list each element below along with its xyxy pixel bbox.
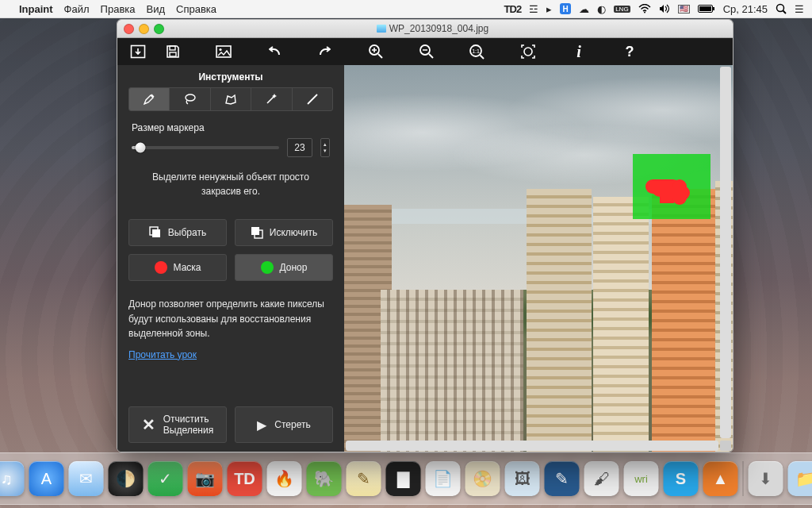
menu-view[interactable]: Вид (147, 3, 166, 15)
svg-rect-31 (672, 179, 687, 205)
help-button[interactable]: ? (617, 41, 642, 62)
app-name[interactable]: Inpaint (19, 3, 53, 15)
dock-folder-1[interactable]: 📁 (788, 461, 813, 496)
dock-clock[interactable]: 🌓 (109, 461, 144, 496)
dock: ☺ 🧭 ♫ A ✉︎ 🌓 ✓ 📷 TD 🔥 🐘 ✎ ▇ 📄 📀 🖼 ✎ 🖌 wr… (0, 452, 812, 505)
tool-magic-wand[interactable] (251, 88, 292, 110)
marker-size-stepper[interactable]: ▴▾ (320, 138, 330, 157)
file-type-icon (377, 25, 386, 33)
cloud-menu-icon[interactable]: ☁ (579, 3, 589, 15)
zoom-actual-button[interactable]: 1:1 (465, 41, 490, 62)
dock-drive[interactable]: 📀 (465, 461, 500, 496)
dock-skype[interactable]: S (664, 461, 699, 496)
svg-line-19 (481, 56, 485, 60)
save-button[interactable] (160, 41, 186, 62)
traffic-light-zoom[interactable] (154, 24, 164, 34)
desktop-background: Inpaint Файл Правка Вид Справка TD2 ☲ ▸ … (0, 0, 812, 508)
main-toolbar: 1:1 i ? (117, 38, 733, 65)
wifi-menu-icon[interactable] (638, 4, 651, 13)
dock-evernote[interactable]: 🐘 (307, 461, 342, 496)
select-icon (149, 226, 162, 239)
dock-separator (743, 461, 744, 496)
window-titlebar[interactable]: WP_20130918_004.jpg (117, 20, 733, 38)
svg-point-22 (186, 94, 195, 101)
tool-marker[interactable] (129, 88, 170, 110)
menu-extra-screen-icon[interactable]: ☲ (529, 3, 538, 15)
dock-terminal[interactable]: ▇ (386, 461, 421, 496)
menu-extra-flag-icon[interactable]: ◐ (597, 3, 606, 15)
zoom-fit-button[interactable] (515, 41, 541, 62)
clock-menu[interactable]: Ср, 21:45 (723, 3, 768, 15)
open-button[interactable] (125, 41, 151, 62)
notification-center-icon[interactable]: ☰ (795, 3, 804, 15)
svg-line-23 (267, 96, 274, 103)
undo-button[interactable] (262, 41, 287, 62)
donor-color-button[interactable]: Донор (235, 254, 333, 281)
donor-description: Донор позволяет определить какие пикселы… (128, 297, 333, 341)
svg-rect-25 (152, 229, 160, 237)
svg-point-10 (219, 48, 221, 51)
dock-photobooth[interactable]: 📷 (188, 461, 223, 496)
image-canvas[interactable] (344, 65, 733, 452)
mask-color-icon (155, 261, 167, 274)
svg-line-5 (783, 11, 787, 14)
marker-size-slider[interactable] (132, 146, 279, 149)
svg-line-24 (308, 94, 317, 104)
volume-menu-icon[interactable] (659, 4, 670, 13)
info-button[interactable]: i (566, 41, 592, 62)
zoom-out-button[interactable] (414, 41, 439, 62)
dock-downloads[interactable]: ⬇︎ (749, 461, 783, 496)
vertical-scrollbar[interactable] (720, 67, 731, 438)
clear-selection-button[interactable]: ✕ ОтчиститьВыделения (128, 406, 227, 443)
svg-line-12 (378, 54, 382, 58)
dock-notes[interactable]: ✎ (347, 461, 381, 496)
mac-menu-bar: Inpaint Файл Правка Вид Справка TD2 ☲ ▸ … (0, 0, 812, 18)
dock-mail[interactable]: ✉︎ (69, 461, 104, 496)
erase-button[interactable]: ▶ Стереть (235, 406, 333, 443)
menu-file[interactable]: Файл (64, 3, 90, 15)
dock-paint[interactable]: 🖌 (584, 461, 619, 496)
dock-writer[interactable]: wri (624, 461, 659, 496)
svg-point-21 (524, 48, 532, 56)
dock-inpaint[interactable]: ✎ (545, 461, 580, 496)
menu-extra-video-icon[interactable]: ▸ (546, 3, 552, 15)
zoom-in-button[interactable] (363, 41, 389, 62)
svg-rect-2 (713, 7, 714, 10)
marker-size-value[interactable]: 23 (287, 138, 312, 157)
resize-corner[interactable] (720, 441, 731, 451)
svg-text:1:1: 1:1 (472, 48, 480, 54)
mask-color-button[interactable]: Маска (128, 254, 227, 281)
redo-button[interactable] (312, 41, 338, 62)
language-menu-icon[interactable]: LNG (614, 6, 630, 13)
menu-help[interactable]: Справка (176, 3, 216, 15)
dock-textedit[interactable]: 📄 (426, 461, 461, 496)
mask-region-overlay[interactable] (645, 171, 696, 205)
dock-vlc[interactable]: ▲ (703, 461, 738, 496)
traffic-light-minimize[interactable] (139, 24, 149, 34)
todoist-menu-icon[interactable]: TD2 (504, 3, 522, 15)
dock-preview[interactable]: 🖼 (505, 461, 540, 496)
tool-polygon[interactable] (211, 88, 251, 110)
svg-line-16 (429, 54, 433, 58)
read-lesson-link[interactable]: Прочитать урок (128, 349, 333, 360)
tool-line[interactable] (293, 88, 332, 110)
keyboard-layout-icon[interactable]: 🇺🇸 (678, 5, 690, 13)
select-mode-button[interactable]: Выбрать (128, 219, 227, 246)
tool-lasso[interactable] (170, 88, 210, 110)
exclude-mode-button[interactable]: Исключить (235, 219, 333, 246)
battery-menu-icon[interactable] (698, 4, 715, 13)
menu-edit[interactable]: Правка (101, 3, 136, 15)
image-button[interactable] (211, 41, 236, 62)
dock-reminders[interactable]: ✓ (148, 461, 183, 496)
donor-color-icon (261, 261, 274, 274)
play-icon: ▶ (257, 418, 266, 433)
dock-todoist[interactable]: TD (228, 461, 262, 496)
horizontal-scrollbar[interactable] (346, 441, 718, 451)
menu-extra-h-icon[interactable]: H (560, 3, 571, 14)
svg-point-0 (644, 12, 645, 13)
traffic-light-close[interactable] (124, 24, 134, 34)
dock-appstore[interactable]: A (29, 461, 64, 496)
spotlight-icon[interactable] (776, 3, 787, 14)
dock-itunes[interactable]: ♫ (0, 461, 25, 496)
dock-flame[interactable]: 🔥 (267, 461, 302, 496)
